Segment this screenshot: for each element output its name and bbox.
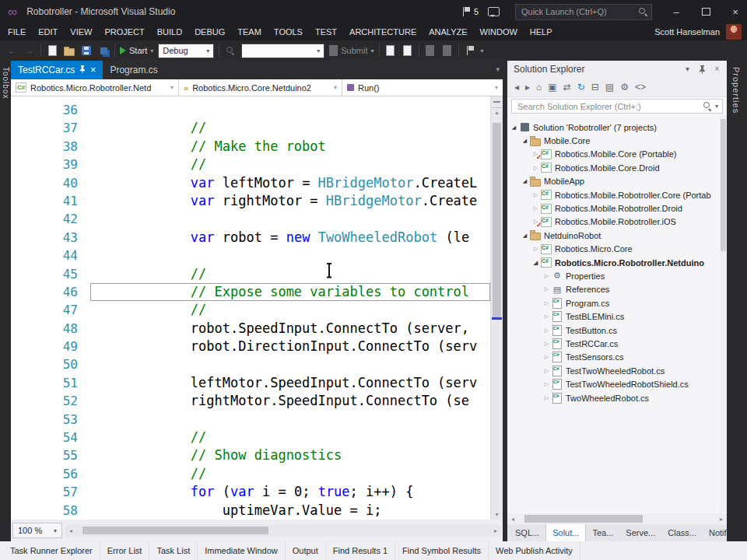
collapse-arrow-icon[interactable] — [521, 233, 529, 239]
menu-project[interactable]: PROJECT — [98, 23, 150, 40]
user-avatar[interactable] — [726, 24, 742, 40]
scrollbar-thumb[interactable] — [721, 119, 726, 251]
code-line[interactable]: 40 var leftMotor = HBridgeMotor.CreateL — [11, 174, 490, 192]
code-editor[interactable]: 3637 //38 // Make the robot39 //40 var l… — [11, 96, 503, 520]
document-list-chevron-icon[interactable] — [496, 65, 500, 73]
code-line[interactable]: 58 uptimeVar.Value = i; — [11, 502, 490, 520]
window-position-icon[interactable] — [681, 62, 694, 75]
collapse-arrow-icon[interactable] — [521, 138, 529, 144]
tree-item[interactable]: TwoWheeledRobot.cs — [507, 391, 720, 404]
close-panel-icon[interactable] — [710, 62, 724, 75]
tree-item[interactable]: Robotics.Mobile.Robotroller.iOS — [507, 215, 720, 229]
expand-arrow-icon[interactable] — [542, 286, 551, 292]
scrollbar-thumb[interactable] — [493, 123, 501, 317]
scope-to-this-icon[interactable] — [548, 82, 556, 92]
bookmark-icon[interactable] — [464, 44, 476, 57]
code-line[interactable]: 38 // Make the robot — [11, 138, 490, 156]
toolbox-tab[interactable]: Toolbox — [2, 67, 10, 99]
tree-item[interactable]: Solution 'Robotroller' (7 projects) — [507, 121, 720, 134]
tree-item[interactable]: TestSensors.cs — [507, 351, 720, 364]
panel-tab[interactable]: Tea... — [586, 524, 619, 541]
refresh-icon[interactable] — [577, 82, 585, 92]
scroll-left-icon[interactable] — [65, 527, 76, 534]
close-button[interactable] — [724, 0, 747, 23]
panel-vertical-scrollbar[interactable] — [720, 116, 727, 512]
tree-item[interactable]: Robotics.Micro.Robotroller.Netduino — [507, 256, 720, 269]
tree-item[interactable]: References — [507, 283, 720, 296]
back-icon[interactable] — [514, 82, 519, 92]
bottom-panel-tab[interactable]: Immediate Window — [198, 541, 286, 560]
menu-analyze[interactable]: ANALYZE — [423, 23, 473, 40]
bottom-panel-tab[interactable]: Task List — [149, 541, 198, 560]
feedback-bubble-icon[interactable] — [488, 7, 500, 16]
scroll-right-icon[interactable] — [716, 516, 727, 523]
menu-architecture[interactable]: ARCHITECTURE — [343, 23, 423, 40]
collapse-arrow-icon[interactable] — [510, 124, 518, 131]
expand-arrow-icon[interactable] — [542, 300, 551, 306]
menu-tools[interactable]: TOOLS — [268, 23, 309, 40]
show-all-files-icon[interactable] — [605, 82, 614, 92]
collapse-all-icon[interactable] — [591, 82, 599, 92]
tree-item[interactable]: Program.cs — [507, 296, 720, 310]
scroll-right-icon[interactable] — [490, 527, 501, 534]
uncomment-icon[interactable] — [402, 44, 414, 57]
tree-item[interactable]: Robotics.Mobile.Core (Portable) — [507, 148, 720, 161]
editor-horizontal-scrollbar[interactable] — [65, 524, 501, 537]
tree-item[interactable]: Robotics.Micro.Core — [507, 243, 720, 256]
sync-with-active-document-icon[interactable] — [563, 82, 571, 92]
tree-item[interactable]: TestRCCar.cs — [507, 337, 720, 350]
panel-tab[interactable]: Serve... — [619, 524, 661, 541]
editor-vertical-scrollbar[interactable] — [490, 96, 503, 520]
menu-file[interactable]: FILE — [2, 23, 32, 40]
scroll-up-icon[interactable] — [491, 108, 503, 117]
expand-arrow-icon[interactable] — [531, 246, 540, 252]
tree-item[interactable]: TestButton.cs — [507, 324, 720, 337]
properties-tab[interactable]: Properties — [731, 67, 741, 114]
menu-team[interactable]: TEAM — [231, 23, 268, 40]
find-icon[interactable] — [224, 44, 237, 57]
panel-tab[interactable]: SQL... — [509, 524, 545, 541]
scroll-down-icon[interactable] — [491, 510, 503, 520]
scrollbar-track[interactable] — [518, 514, 716, 523]
code-line[interactable]: 41 var rightMotor = HBridgeMotor.Create — [11, 192, 490, 210]
bottom-panel-tab[interactable]: Web Publish Activity — [489, 541, 580, 560]
code-line[interactable]: 46 // Expose some variables to control — [11, 283, 490, 301]
scrollbar-thumb[interactable] — [82, 527, 268, 534]
toolbar-options-chevron-icon[interactable] — [481, 47, 484, 54]
chevron-down-icon[interactable] — [715, 103, 718, 110]
maximize-button[interactable] — [694, 0, 717, 23]
save-all-icon[interactable] — [97, 44, 110, 57]
collapse-arrow-icon[interactable] — [531, 260, 540, 266]
member-dropdown[interactable]: Run() — [342, 79, 503, 96]
toolbar-combo[interactable] — [241, 44, 324, 58]
bottom-panel-tab[interactable]: Error List — [100, 541, 150, 560]
properties-icon[interactable] — [620, 82, 629, 92]
panel-tab[interactable]: Solut... — [545, 524, 586, 541]
expand-arrow-icon[interactable] — [542, 273, 551, 279]
save-icon[interactable] — [80, 44, 93, 57]
pin-icon[interactable] — [696, 62, 709, 75]
bottom-panel-tab[interactable]: Find Symbol Results — [395, 541, 489, 560]
code-line[interactable]: 53 — [11, 411, 490, 429]
menu-window[interactable]: WINDOW — [474, 23, 524, 40]
home-icon[interactable] — [536, 82, 542, 92]
code-line[interactable]: 55 // Show diagnostics — [11, 446, 490, 464]
tree-item[interactable]: Mobile.Core — [507, 134, 720, 147]
tree-item[interactable]: TestTwoWheeledRobot.cs — [507, 364, 720, 377]
code-line[interactable]: 47 // — [11, 301, 490, 319]
tree-item[interactable]: MobileApp — [507, 175, 720, 188]
menu-view[interactable]: VIEW — [64, 23, 98, 40]
expand-arrow-icon[interactable] — [542, 327, 551, 334]
menu-help[interactable]: HELP — [524, 23, 559, 40]
scrollbar-thumb[interactable] — [524, 515, 643, 523]
tree-item[interactable]: TestBLEMini.cs — [507, 310, 720, 323]
signed-in-user[interactable]: Scott Hanselman — [654, 27, 720, 37]
tree-item[interactable]: NetduinoRobot — [507, 229, 720, 242]
code-line[interactable]: 43 var robot = new TwoWheeledRobot (le — [11, 229, 490, 247]
menu-debug[interactable]: DEBUG — [188, 23, 231, 40]
panel-horizontal-scrollbar[interactable] — [507, 513, 727, 524]
scrollbar-track[interactable] — [76, 526, 490, 535]
type-dropdown[interactable]: Robotics.Micro.Core.Netduino2 — [179, 79, 342, 96]
new-file-icon[interactable] — [46, 44, 58, 57]
menu-test[interactable]: TEST — [309, 23, 343, 40]
